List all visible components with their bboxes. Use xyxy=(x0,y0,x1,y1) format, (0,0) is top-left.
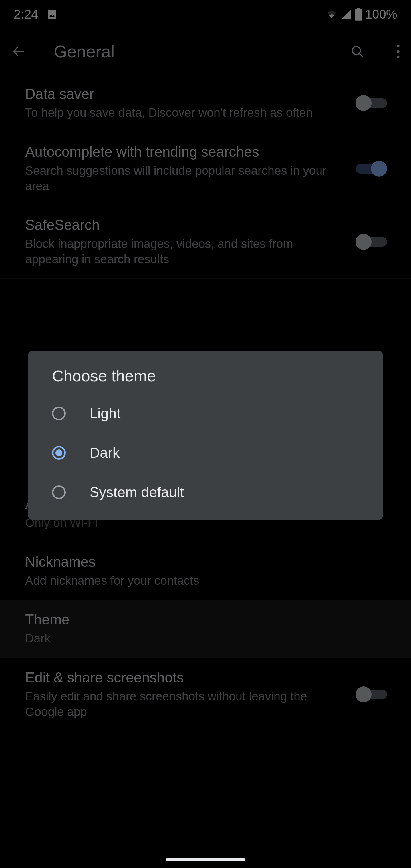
radio-label: Dark xyxy=(90,444,120,461)
radio-icon xyxy=(52,446,66,460)
radio-option-light[interactable]: Light xyxy=(28,394,383,433)
radio-icon xyxy=(52,486,66,499)
radio-icon xyxy=(52,407,66,420)
radio-option-system[interactable]: System default xyxy=(28,472,383,512)
radio-label: System default xyxy=(90,484,184,500)
radio-option-dark[interactable]: Dark xyxy=(28,433,383,472)
radio-label: Light xyxy=(90,405,121,422)
dialog-title: Choose theme xyxy=(28,367,383,394)
theme-dialog: Choose theme Light Dark System default xyxy=(28,351,383,520)
navigation-handle[interactable] xyxy=(165,858,246,861)
